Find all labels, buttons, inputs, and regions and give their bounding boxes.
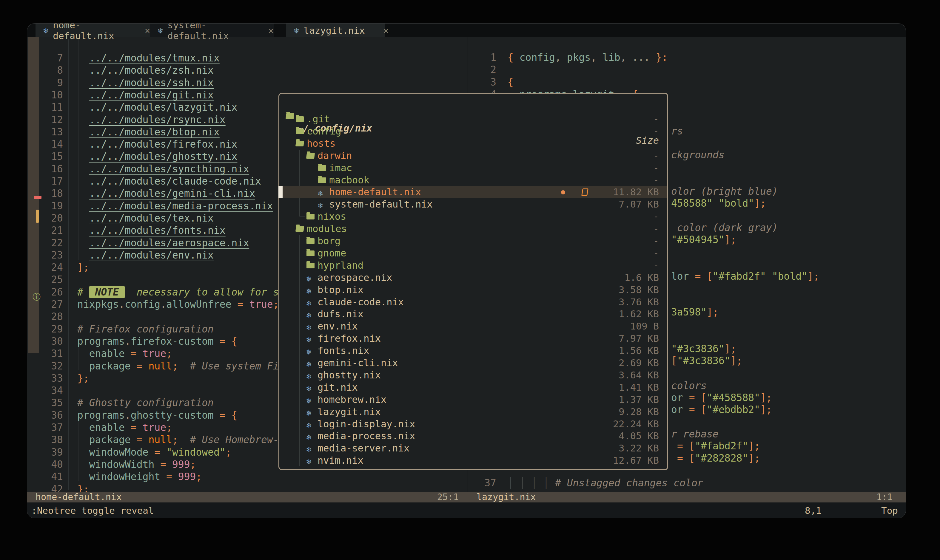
tree-item-name: .git: [307, 113, 330, 125]
code-token: lib: [602, 52, 620, 63]
line-content: ../../modules/firefox.nix: [77, 138, 237, 151]
tree-item-login-display.nix[interactable]: ❄login-display.nix22.24 KB: [279, 418, 667, 430]
tree-item-fonts.nix[interactable]: ❄fonts.nix1.56 KB: [279, 345, 667, 357]
line-number: 13: [39, 126, 63, 138]
tree-item-modules[interactable]: modules-: [279, 223, 667, 235]
code-token: [143, 434, 148, 446]
code-token: ../../modules/claude-code.nix: [89, 175, 261, 187]
tab-lazygit.nix[interactable]: ❄lazygit.nix×: [286, 23, 385, 37]
folder-icon: [306, 238, 315, 244]
folder-icon: [306, 263, 315, 268]
nix-file-icon: ❄: [306, 431, 311, 443]
tree-item-aerospace.nix[interactable]: ❄aerospace.nix1.6 KB: [279, 272, 667, 284]
code-token: ;: [196, 471, 202, 483]
code-token: 458588" "bold": [671, 197, 754, 209]
code-token: ../../modules/ghostty.nix: [89, 151, 238, 162]
tree-item-env.nix[interactable]: ❄env.nix109 B: [279, 320, 667, 332]
code-token: ../../modules/fonts.nix: [89, 225, 225, 236]
code-token: [514, 52, 520, 63]
tree-item-gemini-cli.nix[interactable]: ❄gemini-cli.nix2.69 KB: [279, 357, 667, 369]
command-line[interactable]: :Neotree toggle reveal 8,1 Top: [27, 502, 906, 518]
code-token: # Ghostty configuration: [77, 397, 214, 409]
occluded-code-fragment: = ["#fabd2f"];: [671, 440, 760, 452]
code-token: ,: [555, 52, 561, 63]
tree-item-size: 1.37 KB: [619, 394, 659, 406]
tab-home-default.nix[interactable]: ❄home-default.nix×: [36, 23, 150, 37]
tree-item-git.nix[interactable]: ❄git.nix1.41 KB: [279, 382, 667, 394]
tree-item-size: -: [653, 113, 659, 125]
tree-item-hosts[interactable]: hosts-: [279, 137, 667, 150]
code-token: =: [137, 360, 143, 372]
tree-item-size: 3.76 KB: [619, 296, 659, 308]
tree-item-dufs.nix[interactable]: ❄dufs.nix1.62 KB: [279, 308, 667, 320]
code-token: enable: [89, 422, 125, 433]
tree-item-lazygit.nix[interactable]: ❄lazygit.nix9.28 KB: [279, 406, 667, 418]
nix-file-icon: ❄: [306, 285, 311, 297]
nix-file-icon: ❄: [306, 309, 311, 322]
tree-item-imac[interactable]: imac-: [279, 162, 667, 174]
tree-item-homebrew.nix[interactable]: ❄homebrew.nix1.37 KB: [279, 394, 667, 406]
tree-item-size: 3.22 KB: [619, 442, 659, 454]
tree-item-name: config: [307, 125, 341, 137]
code-token: │ │ │ │: [508, 477, 555, 489]
code-token: [160, 471, 166, 483]
tab-close-icon[interactable]: ×: [268, 25, 274, 36]
code-token: ];: [807, 271, 820, 282]
tree-item-size: -: [653, 174, 659, 186]
tree-item-size: -: [653, 235, 659, 247]
code-token: [77, 200, 89, 212]
tree-item-size: 1.6 KB: [624, 272, 659, 284]
code-token: windowMode: [89, 446, 148, 458]
tree-item-gnome[interactable]: gnome-: [279, 247, 667, 259]
tree-item-.git[interactable]: .git-: [279, 113, 667, 125]
tree-item-nvim.nix[interactable]: ❄nvim.nix12.67 KB: [279, 454, 667, 467]
nix-file-icon: ❄: [306, 455, 311, 468]
tree-item-config[interactable]: config-: [279, 125, 667, 137]
code-token: =: [237, 298, 243, 310]
code-token: [77, 89, 89, 101]
code-token: [77, 77, 89, 89]
line-content: };: [77, 483, 89, 492]
tree-item-media-process.nix[interactable]: ❄media-process.nix4.05 KB: [279, 430, 667, 442]
tree-item-macbook[interactable]: macbook-: [279, 174, 667, 186]
code-token: =: [154, 446, 160, 458]
tab-close-icon[interactable]: ×: [383, 25, 389, 36]
tree-item-system-default.nix[interactable]: ❄system-default.nix7.07 KB: [279, 198, 667, 211]
open-folder-icon: [295, 226, 304, 232]
tree-item-borg[interactable]: borg-: [279, 235, 667, 247]
line-number: 17: [39, 175, 63, 188]
line-content: nixpkgs.config.allowUnfree = true;: [77, 298, 279, 311]
code-token: package: [89, 360, 131, 372]
tree-item-home-default.nix[interactable]: ❄home-default.nix11.82 KB: [279, 186, 667, 198]
code-token: config: [520, 52, 555, 63]
tree-item-size: -: [653, 223, 659, 235]
statusline-right-position: 1:1: [27, 492, 892, 502]
code-token: ../../modules/syncthing.nix: [89, 163, 249, 175]
tree-item-media-server.nix[interactable]: ❄media-server.nix3.22 KB: [279, 442, 667, 454]
code-token: =: [166, 471, 172, 483]
line-number: 14: [39, 138, 63, 151]
tree-item-btop.nix[interactable]: ❄btop.nix3.58 KB: [279, 284, 667, 296]
line-number: 12: [39, 114, 63, 126]
nix-file-icon: ❄: [306, 370, 311, 383]
line-content: ../../modules/git.nix: [77, 89, 214, 102]
tree-item-hyprland[interactable]: hyprland-: [279, 259, 667, 272]
tree-item-firefox.nix[interactable]: ❄firefox.nix7.97 KB: [279, 332, 667, 345]
code-token: ];: [748, 440, 760, 452]
tree-item-name: ghostty.nix: [318, 369, 381, 382]
code-token: ];: [725, 234, 736, 245]
tree-item-nixos[interactable]: nixos-: [279, 211, 667, 223]
code-token: [701, 271, 707, 282]
tab-close-icon[interactable]: ×: [145, 25, 150, 36]
tree-item-darwin[interactable]: darwin-: [279, 150, 667, 162]
code-token: programs: [77, 409, 125, 421]
git-status-icon: [581, 188, 588, 196]
tab-system-default.nix[interactable]: ❄system-default.nix×: [150, 23, 274, 37]
tree-item-claude-code.nix[interactable]: ❄claude-code.nix3.76 KB: [279, 296, 667, 308]
code-token: ../../modules/ssh.nix: [89, 77, 214, 89]
line-content: │ │ │ │ # Unstagged changes color: [508, 477, 703, 489]
neotree-popup: ~/.config/nix Size .git-config-hosts-dar…: [278, 93, 668, 470]
occluded-code-fragment: "#3c3836"];: [671, 343, 736, 355]
tree-item-ghostty.nix[interactable]: ❄ghostty.nix3.64 KB: [279, 369, 667, 382]
code-token: [: [671, 355, 677, 366]
